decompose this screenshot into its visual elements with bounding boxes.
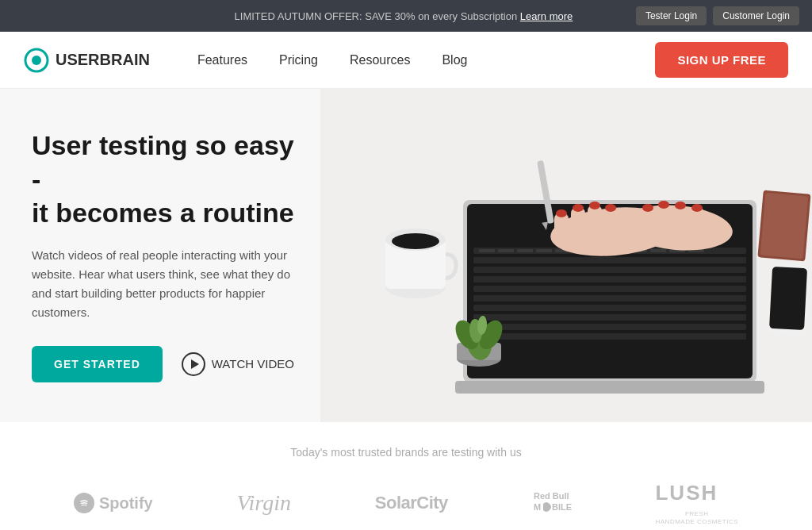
logo-icon [24,48,49,73]
main-nav: USERBRAIN Features Pricing Resources Blo… [0,32,812,89]
lush-logo: LUSH FRESHHANDMADE COSMETICS [655,481,738,525]
svg-rect-10 [473,276,746,282]
hero-title: User testing so easy -it becomes a routi… [32,129,309,230]
spotify-icon [74,493,94,513]
spotify-logo: Spotify [74,493,153,513]
get-started-button[interactable]: GET STARTED [32,346,163,382]
svg-text:BILE: BILE [552,502,572,512]
lush-sub-text: FRESHHANDMADE COSMETICS [655,510,738,525]
top-banner: LIMITED AUTUMN OFFER: SAVE 30% on every … [0,0,812,32]
redbull-icon: Red Bull M BILE [532,486,572,520]
play-icon [182,352,205,376]
svg-rect-29 [455,381,764,394]
svg-rect-9 [473,267,746,273]
nav-item-blog[interactable]: Blog [442,53,467,67]
lush-main-text: LUSH [655,481,718,505]
watch-video-label: WATCH VIDEO [212,357,294,371]
customer-login-button[interactable]: Customer Login [713,6,799,25]
hero-content: User testing so easy -it becomes a routi… [0,89,333,422]
logo[interactable]: USERBRAIN [24,48,150,73]
redbull-logo: Red Bull M BILE [532,486,572,520]
nav-links: Features Pricing Resources Blog [197,53,656,67]
svg-rect-17 [479,249,495,252]
hero-illustration [320,89,812,422]
spotify-text: Spotify [99,494,153,513]
offer-text: LIMITED AUTUMN OFFER: SAVE 30% on every … [235,10,518,22]
solarcity-text: SolarCity [375,493,448,513]
svg-point-56 [605,204,616,212]
svg-rect-8 [473,257,746,263]
svg-point-55 [589,202,600,209]
hero-section: User testing so easy -it becomes a routi… [0,89,812,422]
nav-item-resources[interactable]: Resources [350,53,410,67]
solarcity-logo: SolarCity [375,493,448,513]
nav-item-features[interactable]: Features [197,53,247,67]
tester-login-button[interactable]: Tester Login [636,6,707,25]
brands-section: Today's most trusted brands are testing … [0,422,812,530]
logo-text: USERBRAIN [56,51,150,69]
hero-image [320,89,812,422]
svg-text:Red Bull: Red Bull [534,491,569,501]
svg-rect-13 [473,305,746,311]
hero-buttons: GET STARTED WATCH VIDEO [32,346,309,382]
svg-point-1 [32,56,41,65]
virgin-logo: Virgin [237,490,291,516]
svg-rect-11 [473,286,746,292]
svg-point-57 [642,204,653,212]
brands-logos: Spotify Virgin SolarCity Red Bull M BILE… [32,481,780,525]
svg-rect-12 [473,295,746,301]
svg-text:M: M [534,502,541,512]
brands-tagline: Today's most trusted brands are testing … [32,446,780,459]
learn-more-link[interactable]: Learn more [520,10,573,22]
svg-point-54 [573,204,584,212]
banner-actions: Tester Login Customer Login [636,6,799,25]
virgin-text: Virgin [237,490,291,516]
signup-button[interactable]: SIGN UP FREE [655,42,788,78]
svg-point-33 [392,233,439,249]
svg-rect-26 [650,249,666,252]
svg-rect-18 [498,249,514,252]
watch-video-button[interactable]: WATCH VIDEO [182,352,294,376]
svg-point-53 [556,209,567,217]
svg-rect-14 [473,314,746,321]
svg-point-58 [658,201,669,209]
svg-rect-19 [517,249,533,252]
svg-rect-15 [473,324,746,330]
svg-point-60 [691,204,703,212]
nav-item-pricing[interactable]: Pricing [279,53,318,67]
svg-rect-16 [473,333,746,340]
hero-subtitle: Watch videos of real people interacting … [32,246,309,322]
svg-rect-64 [769,267,807,330]
svg-rect-62 [760,193,809,259]
svg-rect-20 [536,249,552,252]
svg-point-59 [675,202,686,209]
banner-offer: LIMITED AUTUMN OFFER: SAVE 30% on every … [171,10,636,22]
svg-marker-3 [191,359,199,369]
